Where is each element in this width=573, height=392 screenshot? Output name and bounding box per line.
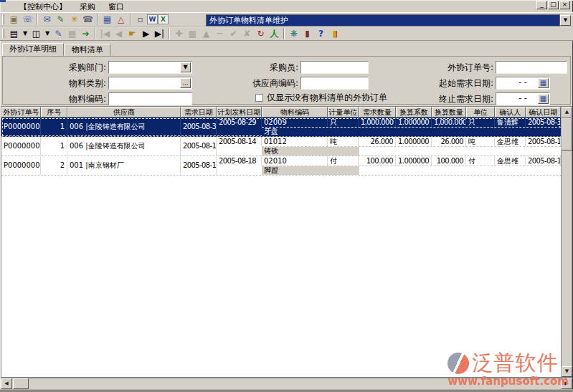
col-header-confirmer[interactable]: 确认人	[495, 107, 526, 118]
close-button[interactable]: ×	[559, 1, 570, 9]
prev-record-icon: ◀	[112, 27, 126, 40]
print-icon[interactable]: ▤	[7, 27, 21, 40]
col-header-confirm-date[interactable]: 确认日期	[526, 107, 561, 118]
horizontal-scroll-thumb[interactable]	[13, 378, 29, 389]
cell-conv-qty: 1,000.000	[432, 118, 466, 127]
refresh-icon[interactable]: ↻	[254, 27, 267, 40]
cell-material-name: 铸铁	[262, 147, 359, 156]
only-no-list-label: 仅显示没有物料清单的外协订单	[267, 92, 387, 102]
preview-dropdown-icon[interactable]: ▼	[43, 27, 52, 40]
last-record-icon[interactable]: ▶|	[153, 27, 166, 40]
table-row[interactable]: P000000010 1 006 |金陵铸造有限公司 2005-08-19 20…	[1, 137, 561, 156]
buyer-input[interactable]	[300, 61, 369, 74]
cell-demand-qty: 1,000.000	[359, 118, 396, 127]
material-code-label: 物料编码:	[23, 92, 106, 105]
col-header-supplier[interactable]: 供应商	[67, 107, 181, 118]
signature-icon[interactable]: ✎	[54, 13, 67, 26]
supplier-code-input[interactable]	[300, 77, 369, 90]
material-name-strip: 铸铁	[262, 146, 561, 156]
goto-record-icon[interactable]: ☛	[126, 27, 139, 40]
col-header-plan-issue-date[interactable]: 计划发料日期	[217, 107, 262, 118]
table-row[interactable]: P000000005 1 006 |金陵铸造有限公司 2005-08-30 20…	[1, 118, 561, 137]
end-date-calendar-icon[interactable]: ▦	[538, 94, 549, 104]
col-header-demand-qty[interactable]: 需求数量	[359, 107, 396, 118]
col-header-demand-date[interactable]: 需求日期	[181, 107, 217, 118]
settings-icon[interactable]: ❋	[287, 27, 300, 40]
col-header-unit[interactable]: 计量单位	[328, 107, 359, 118]
vertical-scrollbar[interactable]: ▲ ▼	[561, 107, 572, 377]
edit-icon[interactable]: ✎	[52, 27, 65, 40]
menu-bar: 【控制中心】 采购 窗口	[0, 1, 573, 12]
scroll-left-icon[interactable]: ◀	[1, 378, 12, 389]
cell-unit: 只	[328, 118, 359, 127]
table-row[interactable]: P000000011 2 001 |南京钢材厂 2005-08-19 2005-…	[1, 156, 561, 176]
window-controls: _ □ ×	[536, 1, 570, 9]
cell-order-no: P000000005	[1, 118, 41, 136]
snapshot-icon[interactable]: ▣	[7, 13, 21, 26]
order-material-grid: 外协订单号 序号 供应商 需求日期 计划发料日期 物料编码 计量单位 需求数量 …	[1, 106, 572, 378]
order-no-input[interactable]	[496, 61, 567, 74]
end-date-label: 终止需求日期:	[430, 92, 493, 105]
supplier-code-label: 供应商编码:	[240, 77, 298, 90]
next-record-icon[interactable]: ▶	[139, 27, 153, 40]
monitor-icon[interactable]: ▦	[100, 13, 114, 26]
export-icon[interactable]: ➔	[79, 27, 93, 40]
cell-demand-qty: 100.000	[359, 156, 396, 166]
tab-order-detail[interactable]: 外协订单明细	[2, 43, 64, 56]
execute-icon[interactable]: 人	[267, 27, 281, 40]
module-title-combobox[interactable]: 外协订单物料清单维护	[206, 14, 560, 27]
toolbar-separator	[95, 28, 96, 39]
col-header-conv-qty[interactable]: 换算数量	[432, 107, 466, 118]
exit-icon[interactable]: ▮	[328, 27, 341, 40]
toolbar-main: ▣ ☏ ✉ ✎ ✳ ☎ ▦ △ ▫ W X 外协订单物料清单维护 ▼	[0, 12, 573, 27]
purchase-dept-label: 采购部门:	[23, 61, 106, 74]
cell-confirm-date: 2005-08-30	[526, 118, 561, 127]
wheel-icon[interactable]: ✳	[67, 13, 81, 26]
cell-unit2: 付	[466, 156, 495, 166]
preview-icon[interactable]: ◫	[29, 27, 43, 40]
menu-purchase[interactable]: 采购	[73, 1, 102, 12]
toolbar-record: ▤ ▼ ◫ ▼ ✎ ▦ ➔ |◀ ◀ ☛ ▶ ▶| ✚ ▩ ▲ ─ ✔ ✘ ↻ …	[0, 27, 573, 41]
cell-material-code: 02009	[262, 118, 328, 127]
cell-confirm-date: 2005-08-19	[526, 156, 561, 166]
cell-unit: 付	[328, 156, 359, 166]
scroll-up-icon[interactable]: ▲	[562, 107, 572, 118]
restore-button[interactable]: □	[548, 1, 559, 9]
chart-icon[interactable]: △	[114, 13, 128, 26]
mail-icon[interactable]: ✉	[40, 13, 54, 26]
cell-confirmer: 金思维	[495, 137, 526, 146]
cell-confirmer: 金思维	[495, 156, 526, 166]
print-dropdown-icon[interactable]: ▼	[21, 27, 29, 40]
col-header-order-no[interactable]: 外协订单号	[1, 107, 41, 118]
col-header-conv-factor[interactable]: 换算系数	[396, 107, 432, 118]
help-icon[interactable]: ?	[314, 27, 328, 40]
combo-dropdown-icon[interactable]: ▼	[560, 15, 571, 26]
delete-icon: ─	[213, 27, 227, 40]
cell-plan-issue-date: 2005-08-29	[217, 118, 262, 127]
tab-material-list[interactable]: 物料清单	[65, 44, 110, 56]
col-header-unit2[interactable]: 单位	[466, 107, 495, 118]
attachment-icon[interactable]: ▫	[133, 13, 147, 26]
purchase-dept-dropdown-icon[interactable]: ▼	[180, 62, 191, 72]
menu-control-center[interactable]: 【控制中心】	[13, 1, 73, 12]
material-name-strip: 脚蹬	[262, 166, 561, 175]
cell-seq: 1	[41, 118, 67, 136]
call-icon[interactable]: ☎	[81, 13, 95, 26]
col-header-seq[interactable]: 序号	[41, 107, 67, 118]
material-code-input[interactable]	[108, 92, 192, 105]
menu-window[interactable]: 窗口	[102, 1, 131, 12]
toolbar-separator	[97, 14, 98, 25]
col-header-material-code[interactable]: 物料编码	[262, 107, 328, 118]
minimize-button[interactable]: _	[536, 1, 547, 9]
start-date-calendar-icon[interactable]: ▦	[538, 78, 549, 88]
vertical-scroll-thumb[interactable]	[562, 118, 572, 150]
word-icon[interactable]: W	[147, 14, 158, 24]
excel-icon[interactable]: X	[158, 14, 169, 24]
only-no-list-checkbox[interactable]	[255, 94, 263, 102]
card-icon[interactable]: ▮	[300, 27, 314, 40]
phone-icon[interactable]: ☏	[21, 13, 34, 26]
cell-material-name: 牙盘	[262, 128, 359, 136]
post-icon: ✔	[227, 27, 240, 40]
material-type-lookup-icon[interactable]: …	[180, 78, 191, 88]
vendor-watermark: 泛普软件 www.fanpusoft.com	[447, 349, 569, 388]
